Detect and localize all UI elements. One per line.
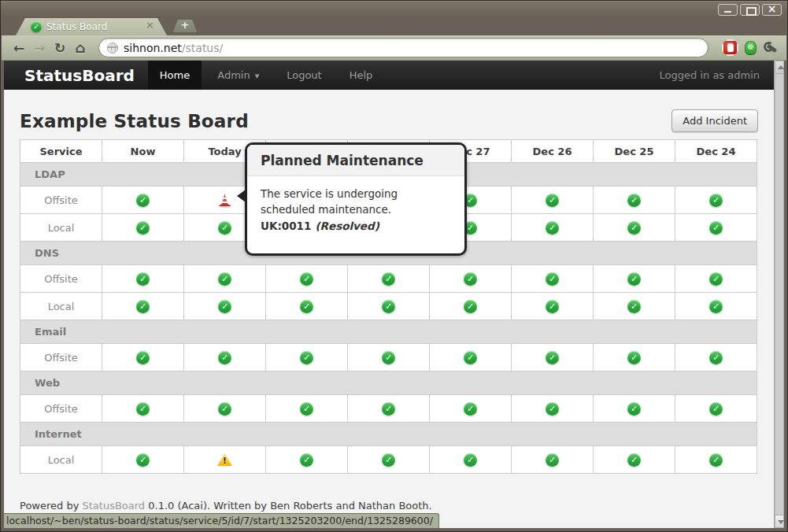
status-ok-icon: ✓ <box>709 402 723 416</box>
home-button[interactable]: ⌂ <box>70 39 91 56</box>
footer: Powered by StatusBoard 0.1.0 (Acai). Wri… <box>20 500 758 512</box>
status-ok-icon: ✓ <box>382 402 395 416</box>
maximize-button[interactable] <box>740 4 760 16</box>
browser-toolbar: ← → ↻ ⌂ sihnon.net/status/ <box>2 35 786 61</box>
nav-home[interactable]: Home <box>148 61 202 90</box>
status-ok-icon: ✓ <box>627 351 641 364</box>
status-cell: ✓ <box>512 187 594 214</box>
status-cell: ✓ <box>594 214 675 242</box>
status-cell: ✓ <box>184 395 266 423</box>
status-ok-icon: ✓ <box>546 194 559 207</box>
status-cell: ✓ <box>512 293 594 320</box>
tab-strip: ✓ Status Board <box>2 18 786 35</box>
status-maintenance-icon[interactable] <box>218 194 231 206</box>
status-cell: ✓ <box>102 293 184 320</box>
status-cell: ✓ <box>348 446 430 474</box>
status-cell: ✓ <box>430 446 512 474</box>
chevron-down-icon <box>255 69 260 81</box>
stop-hand-extension-icon[interactable] <box>722 39 738 56</box>
back-button[interactable]: ← <box>9 40 29 56</box>
status-cell: ✓ <box>594 293 675 320</box>
status-ok-icon: ✓ <box>546 402 559 416</box>
status-cell: ✓ <box>102 265 184 293</box>
scrollbar[interactable] <box>774 61 784 528</box>
globe-icon <box>107 42 118 54</box>
status-ok-icon: ✓ <box>382 453 395 467</box>
status-ok-icon: ✓ <box>136 221 150 235</box>
status-cell: ✓ <box>675 344 757 371</box>
status-ok-icon: ✓ <box>627 453 641 467</box>
forward-button[interactable]: → <box>29 40 50 56</box>
status-ok-icon: ✓ <box>136 402 150 416</box>
refresh-button[interactable]: ↻ <box>50 40 70 56</box>
status-ok-icon: ✓ <box>300 272 313 286</box>
status-ok-icon: ✓ <box>218 272 231 286</box>
status-cell: ✓ <box>594 395 675 423</box>
column-header: Dec 25 <box>594 140 675 163</box>
browser-tab[interactable]: ✓ Status Board <box>16 18 167 35</box>
status-ok-icon: ✓ <box>464 272 477 286</box>
status-ok-icon: ✓ <box>627 221 641 235</box>
nav-help[interactable]: Help <box>338 61 385 90</box>
status-cell: ✓ <box>430 293 512 320</box>
status-ok-icon: ✓ <box>709 272 723 286</box>
address-bar[interactable]: sihnon.net/status/ <box>98 38 708 57</box>
status-ok-icon: ✓ <box>136 300 150 313</box>
status-cell: ✓ <box>430 265 512 293</box>
status-cell: ✓ <box>348 293 430 320</box>
status-row: Offsite✓✓✓✓✓✓✓✓ <box>20 344 757 371</box>
status-ok-icon: ✓ <box>300 300 313 313</box>
footer-text: 0.1.0 (Acai). Written by Ben Roberts and… <box>145 500 432 512</box>
tooltip-title: Planned Maintenance <box>247 145 464 176</box>
scrollbar-thumb[interactable] <box>775 74 784 515</box>
status-cell: ✓ <box>266 344 348 371</box>
nav-admin-label: Admin <box>217 69 250 81</box>
page-viewport: StatusBoard Home Admin Logout Help Logge… <box>4 61 774 528</box>
window-titlebar[interactable] <box>1 1 787 18</box>
status-cell: ✓ <box>430 344 512 371</box>
status-ok-icon: ✓ <box>382 300 395 313</box>
status-cell: ✓ <box>675 446 757 474</box>
service-label: Local <box>20 446 102 474</box>
status-cell: ✓ <box>184 293 266 320</box>
service-label: Offsite <box>20 187 102 214</box>
new-tab-button[interactable] <box>173 20 197 32</box>
status-ok-icon: ✓ <box>382 272 395 286</box>
add-incident-button[interactable]: Add Incident <box>671 109 758 132</box>
status-cell: ✓ <box>594 187 675 214</box>
status-cell: ✓ <box>348 344 430 371</box>
status-cell: ✓ <box>675 395 757 423</box>
status-ok-icon: ✓ <box>627 300 641 313</box>
service-label: Local <box>20 214 102 242</box>
status-cell: ✓ <box>512 344 594 371</box>
service-label: Offsite <box>20 395 102 423</box>
tab-close-icon[interactable] <box>145 22 154 31</box>
status-cell: ✓ <box>102 446 184 474</box>
settings-wrench-icon[interactable] <box>764 40 779 56</box>
column-header: Dec 26 <box>512 140 594 163</box>
minimize-button[interactable] <box>718 4 738 16</box>
status-cell: ✓ <box>675 293 757 320</box>
status-warning-icon[interactable]: ! <box>217 453 232 466</box>
nav-logout[interactable]: Logout <box>275 61 334 90</box>
status-cell: ✓ <box>184 265 266 293</box>
status-cell: ✓ <box>512 214 594 242</box>
nav-admin[interactable]: Admin <box>205 61 271 90</box>
footer-statusboard-link[interactable]: StatusBoard <box>82 500 145 512</box>
status-ok-icon: ✓ <box>218 402 231 416</box>
status-cell: ✓ <box>266 293 348 320</box>
scroll-up-icon[interactable] <box>775 61 784 74</box>
browser-window: ✓ Status Board ← → ↻ ⌂ sihnon.net/status… <box>0 0 788 532</box>
status-cell: ✓ <box>594 265 675 293</box>
green-extension-icon[interactable] <box>745 41 757 55</box>
service-group-row: Email <box>20 320 757 344</box>
status-ok-icon: ✓ <box>300 351 313 364</box>
status-ok-icon: ✓ <box>546 300 559 313</box>
incident-status: (Resolved) <box>315 220 379 232</box>
tooltip-body: The service is undergoing scheduled main… <box>247 176 464 253</box>
tooltip-description: The service is undergoing scheduled main… <box>261 187 451 217</box>
close-button[interactable] <box>762 4 782 16</box>
scroll-down-icon[interactable] <box>775 515 784 528</box>
brand[interactable]: StatusBoard <box>24 66 135 85</box>
status-ok-icon: ✓ <box>627 194 641 207</box>
